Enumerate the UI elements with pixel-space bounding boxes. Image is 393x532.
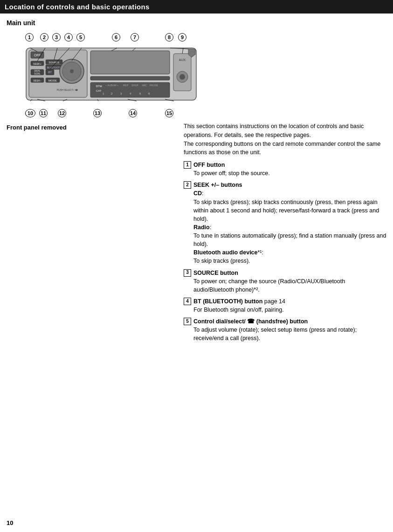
callout-6: 6 — [112, 33, 120, 41]
svg-text:– ALBUM +: – ALBUM + — [105, 84, 118, 87]
desc-text-4: BT (BLUETOOTH) button page 14 For Blueto… — [193, 297, 285, 314]
svg-point-24 — [70, 69, 74, 73]
svg-text:AUX: AUX — [179, 58, 186, 61]
unit-svg: OFF SEEK+ SOURCE BLUETOOTH DSPL SCRL BT … — [25, 44, 198, 105]
callout-8: 8 — [165, 33, 173, 41]
desc-body-4: For Bluetooth signal on/off, pairing. — [193, 307, 284, 313]
desc-title-5: Control dial/select/ ☎ (handsfree) butto… — [193, 318, 308, 325]
left-column: Front panel removed — [7, 122, 179, 346]
callout-4: 4 — [64, 33, 73, 41]
callout-14: 14 — [129, 109, 137, 117]
section-title: Main unit — [7, 19, 386, 27]
svg-text:PUSH SELECT / ☎: PUSH SELECT / ☎ — [57, 89, 78, 91]
desc-item-3: 3 SOURCE button To power on; change the … — [184, 269, 386, 294]
svg-text:BLUETOOTH: BLUETOOTH — [47, 66, 62, 69]
svg-text:MIC: MIC — [142, 84, 147, 87]
callout-15: 15 — [165, 109, 173, 117]
desc-num-2: 2 — [184, 181, 191, 189]
svg-point-28 — [179, 74, 185, 80]
svg-text:OFF: OFF — [34, 54, 41, 57]
right-column: This section contains instructions on th… — [184, 122, 386, 346]
page-header: Location of controls and basic operation… — [0, 0, 393, 14]
desc-body-1: To power off; stop the source. — [193, 170, 270, 177]
svg-text:SEEK–: SEEK– — [33, 79, 42, 82]
callout-10: 10 — [25, 109, 35, 117]
desc-title-3: SOURCE button — [193, 270, 238, 276]
page-number: 10 — [7, 519, 13, 526]
callout-7: 7 — [131, 33, 139, 41]
content-columns: Front panel removed This section contain… — [7, 122, 386, 346]
svg-text:SOURCE: SOURCE — [48, 61, 60, 64]
svg-text:BT: BT — [48, 71, 52, 74]
desc-text-1: OFF button To power off; stop the source… — [193, 161, 270, 177]
callout-3: 3 — [52, 33, 61, 41]
callout-5: 5 — [76, 33, 85, 41]
desc-title-1: OFF button — [193, 162, 225, 168]
desc-num-5: 5 — [184, 318, 191, 325]
callout-top-row: 1 2 3 4 5 6 7 8 9 — [24, 31, 197, 44]
svg-text:SHUF: SHUF — [131, 84, 139, 87]
desc-text-3: SOURCE button To power on; change the so… — [193, 269, 386, 294]
desc-item-4: 4 BT (BLUETOOTH) button page 14 For Blue… — [184, 297, 386, 314]
intro-text: This section contains instructions on th… — [184, 122, 386, 157]
desc-item-5: 5 Control dial/select/ ☎ (handsfree) but… — [184, 317, 386, 342]
svg-rect-2 — [90, 76, 170, 80]
main-content: Main unit 1 2 3 4 5 6 7 8 9 — [0, 14, 393, 352]
svg-text:CAT: CAT — [96, 89, 102, 92]
desc-item-1: 1 OFF button To power off; stop the sour… — [184, 161, 386, 177]
desc-text-5: Control dial/select/ ☎ (handsfree) butto… — [193, 317, 386, 342]
callout-13: 13 — [93, 109, 102, 117]
callout-9: 9 — [178, 33, 186, 41]
desc-num-1: 1 — [184, 161, 191, 169]
svg-text:PAUSE: PAUSE — [150, 84, 159, 87]
unit-diagram: OFF SEEK+ SOURCE BLUETOOTH DSPL SCRL BT … — [25, 44, 198, 106]
desc-num-3: 3 — [184, 269, 191, 277]
front-panel-label: Front panel removed — [7, 124, 179, 131]
svg-text:REP: REP — [123, 84, 129, 87]
svg-text:SCRL: SCRL — [34, 72, 41, 75]
callout-2: 2 — [40, 33, 48, 41]
svg-rect-1 — [90, 51, 170, 74]
desc-body-5: To adjust volume (rotate); select setup … — [193, 327, 357, 341]
svg-text:BTM: BTM — [96, 85, 102, 88]
svg-text:MODE: MODE — [48, 79, 57, 82]
callout-11: 11 — [39, 109, 48, 117]
svg-text:SEEK+: SEEK+ — [33, 62, 41, 65]
callout-bottom-row: 10 11 12 13 14 15 — [24, 107, 197, 120]
desc-text-2: SEEK +/– buttons CD: To skip tracks (pre… — [193, 181, 386, 265]
desc-num-4: 4 — [184, 298, 191, 305]
desc-body-3: To power on; change the source (Radio/CD… — [193, 278, 345, 293]
diagram-wrapper: 1 2 3 4 5 6 7 8 9 — [11, 31, 198, 120]
callout-12: 12 — [58, 109, 66, 117]
desc-title-2: SEEK +/– buttons — [193, 182, 242, 188]
desc-item-2: 2 SEEK +/– buttons CD: To skip tracks (p… — [184, 181, 386, 265]
callout-1: 1 — [25, 33, 34, 41]
desc-title-4: BT (BLUETOOTH) button — [193, 298, 262, 305]
